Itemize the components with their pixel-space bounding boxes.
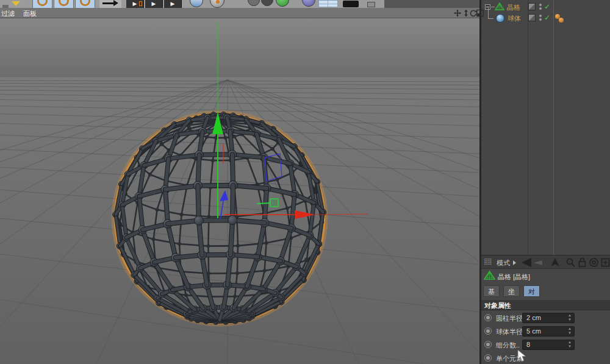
plane-handle-x[interactable] (270, 199, 278, 207)
property-label: 球体半径 (496, 327, 523, 337)
pan-icon[interactable] (454, 9, 461, 17)
modeling-icon[interactable] (276, 0, 289, 7)
primitive-icon[interactable] (210, 0, 224, 8)
render-view-button[interactable]: ▶ (126, 0, 144, 8)
keyframe-radio[interactable] (484, 327, 492, 335)
render-settings-button[interactable]: ▶ (164, 0, 182, 8)
tab-basic[interactable]: 基本 (483, 285, 500, 297)
object-row-lattice[interactable]: 晶格 ✓ (481, 2, 610, 13)
viewport-menu-bar: 过滤 面板 (0, 8, 479, 18)
enabled-check-icon[interactable]: ✓ (544, 13, 550, 22)
am-object-title: 晶格 [晶格] (498, 273, 530, 282)
visibility-dots[interactable] (539, 4, 542, 10)
am-section-title: 对象属性 (484, 301, 511, 310)
keyframe-radio[interactable] (484, 354, 492, 362)
render-region-button[interactable]: ▶ (145, 0, 163, 8)
property-row-subdivision: 细分数.. 8 ▲▼ (481, 339, 610, 351)
drag-handle-icon[interactable]: ⣿⣿ (484, 258, 492, 265)
lock-icon[interactable] (578, 257, 587, 268)
axis-x-button[interactable] (32, 0, 52, 8)
am-object-title-row: 晶格 [晶格] (481, 269, 610, 284)
keyframe-radio[interactable] (484, 314, 492, 321)
pen-icon[interactable] (248, 0, 260, 6)
tab-coord[interactable]: 坐标 (503, 285, 520, 297)
enabled-check-icon[interactable]: ✓ (544, 2, 550, 11)
lattice-object-icon (495, 2, 504, 12)
layer-swatch[interactable] (528, 14, 536, 21)
tab-object[interactable]: 对象 (523, 285, 540, 297)
attribute-manager-header: ⣿⣿ 模式 (481, 255, 610, 269)
visibility-dots[interactable] (539, 15, 542, 21)
coordinate-system-button[interactable] (99, 0, 121, 8)
layer-swatch[interactable] (528, 3, 536, 10)
application-window: ▶ ▶ ▶ 过滤 面板 (0, 0, 610, 364)
shield-icon[interactable] (190, 0, 203, 7)
property-label: 细分数.. (496, 341, 520, 350)
mouse-cursor (517, 350, 528, 362)
search-icon[interactable] (565, 257, 575, 268)
axis-z-button[interactable] (75, 0, 95, 8)
property-label: 圆柱半径 (496, 314, 523, 323)
simulate-icon[interactable] (302, 0, 315, 7)
mode-menu[interactable]: 模式 (497, 259, 510, 268)
subdivision-input[interactable]: 8 ▲▼ (522, 340, 575, 350)
array-grid-icon[interactable] (318, 0, 338, 7)
toolbar-spacer (384, 0, 479, 8)
camera-icon[interactable] (343, 1, 359, 7)
property-row-cylinder-radius: 圆柱半径 2 cm ▲▼ (481, 312, 610, 324)
sphere-radius-input[interactable]: 5 cm ▲▼ (522, 326, 575, 337)
dropdown-arrow-icon[interactable] (11, 0, 21, 8)
om-column-divider (528, 0, 528, 255)
stepper-control[interactable]: ▲▼ (567, 313, 572, 323)
stepper-control[interactable]: ▲▼ (567, 340, 572, 349)
object-name[interactable]: 球体 (508, 14, 521, 23)
viewport-canvas[interactable] (0, 0, 479, 364)
mode-arrow-icon[interactable] (513, 260, 516, 265)
lattice-object-icon (484, 271, 495, 282)
target-icon[interactable] (589, 257, 599, 268)
up-arrow-icon[interactable] (550, 257, 561, 268)
om-column-divider (553, 0, 554, 255)
property-row-sphere-radius: 球体半径 5 cm ▲▼ (481, 326, 610, 338)
history-back-icon[interactable] (520, 257, 545, 268)
property-row-single-element: 单个元素 (481, 352, 610, 364)
object-row-sphere[interactable]: 球体 ✓ (481, 13, 610, 24)
sphere-object-icon (496, 14, 504, 23)
object-name[interactable]: 晶格 (507, 3, 520, 12)
phong-tag-icon[interactable] (555, 14, 566, 23)
display-icon[interactable] (367, 2, 375, 7)
main-toolbar: ▶ ▶ ▶ (0, 0, 479, 8)
keyframe-radio[interactable] (484, 341, 492, 348)
am-section-header: 对象属性 (481, 300, 610, 310)
toggle-view-icon[interactable] (476, 9, 484, 17)
menu-filter[interactable]: 过滤 (1, 9, 15, 18)
cylinder-radius-input[interactable]: 2 cm ▲▼ (522, 313, 575, 323)
zoom-icon[interactable] (462, 9, 470, 17)
spline-icon[interactable] (261, 0, 273, 6)
new-panel-icon[interactable] (601, 257, 610, 268)
menu-panel[interactable]: 面板 (23, 9, 37, 18)
stepper-control[interactable]: ▲▼ (567, 327, 572, 336)
axis-y-button[interactable] (54, 0, 74, 8)
